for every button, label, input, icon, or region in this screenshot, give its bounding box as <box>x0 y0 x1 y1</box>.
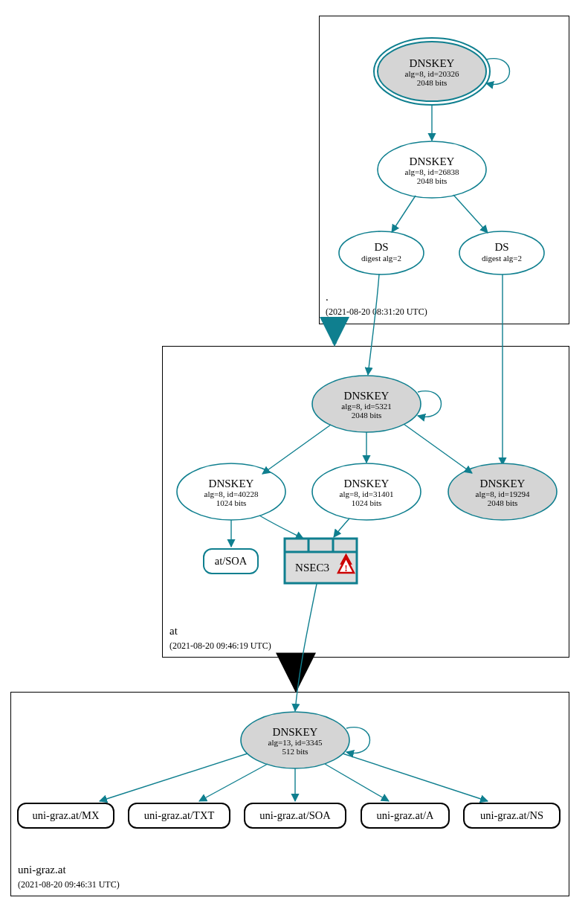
svg-text:2048 bits: 2048 bits <box>488 498 518 507</box>
edge-at-ksk-to-zsk1 <box>262 425 331 474</box>
svg-text:alg=8, id=31401: alg=8, id=31401 <box>340 489 394 498</box>
edge-at-zsk1-to-nsec3 <box>259 515 303 539</box>
svg-text:alg=8, id=20326: alg=8, id=20326 <box>405 69 459 78</box>
svg-text:512 bits: 512 bits <box>282 747 308 756</box>
svg-text:digest alg=2: digest alg=2 <box>361 254 401 263</box>
svg-text:DNSKEY: DNSKEY <box>344 390 390 402</box>
svg-text:digest alg=2: digest alg=2 <box>482 254 522 263</box>
node-root-zsk: DNSKEY alg=8, id=26838 2048 bits <box>378 141 486 198</box>
svg-text:DNSKEY: DNSKEY <box>410 155 455 167</box>
node-leaf-key: DNSKEY alg=13, id=3345 512 bits <box>241 712 349 768</box>
svg-text:DNSKEY: DNSKEY <box>410 57 455 69</box>
edge-leaf-to-mx <box>100 754 248 801</box>
svg-text:2048 bits: 2048 bits <box>352 411 382 420</box>
node-at-zsk1: DNSKEY alg=8, id=40228 1024 bits <box>177 463 285 520</box>
edge-leaf-to-txt <box>199 764 268 801</box>
edge-nsec3-to-leaf-key <box>295 584 317 711</box>
svg-text:!: ! <box>345 563 348 574</box>
svg-text:DNSKEY: DNSKEY <box>344 478 390 489</box>
node-root-ds2: DS digest alg=2 <box>459 231 544 274</box>
edge-root-zsk-to-ds2 <box>453 195 488 233</box>
edge-ds1-to-at-ksk <box>368 274 379 375</box>
edge-at-zsk2-to-nsec3 <box>334 518 349 537</box>
svg-text:1024 bits: 1024 bits <box>216 498 247 507</box>
edge-leaf-to-ns <box>343 754 488 801</box>
svg-text:2048 bits: 2048 bits <box>417 176 448 185</box>
edge-at-ksk-to-key3 <box>404 424 472 473</box>
svg-text:DS: DS <box>494 241 508 253</box>
svg-point-9 <box>339 231 424 274</box>
svg-text:alg=13, id=3345: alg=13, id=3345 <box>268 738 323 747</box>
edge-leaf-to-a <box>325 764 389 801</box>
svg-text:DS: DS <box>374 241 388 253</box>
node-at-zsk2: DNSKEY alg=8, id=31401 1024 bits <box>312 463 421 520</box>
svg-text:alg=8, id=5321: alg=8, id=5321 <box>341 402 391 411</box>
edge-root-zsk-to-ds1 <box>392 196 416 232</box>
svg-text:alg=8, id=19294: alg=8, id=19294 <box>476 489 530 498</box>
svg-text:alg=8, id=40228: alg=8, id=40228 <box>204 489 259 498</box>
svg-text:DNSKEY: DNSKEY <box>480 478 526 489</box>
svg-text:DNSKEY: DNSKEY <box>209 478 254 489</box>
svg-text:DNSKEY: DNSKEY <box>273 726 318 738</box>
node-root-ksk: DNSKEY alg=8, id=20326 2048 bits <box>374 38 490 105</box>
node-root-ds1: DS digest alg=2 <box>339 231 424 274</box>
svg-text:alg=8, id=26838: alg=8, id=26838 <box>405 167 459 176</box>
svg-text:NSEC3: NSEC3 <box>295 562 329 574</box>
svg-point-12 <box>459 231 544 274</box>
node-at-ksk: DNSKEY alg=8, id=5321 2048 bits <box>312 376 421 432</box>
node-at-key3: DNSKEY alg=8, id=19294 2048 bits <box>448 463 557 520</box>
svg-text:1024 bits: 1024 bits <box>352 498 382 507</box>
node-nsec3: NSEC3 ! <box>285 539 357 583</box>
svg-text:2048 bits: 2048 bits <box>417 78 448 87</box>
